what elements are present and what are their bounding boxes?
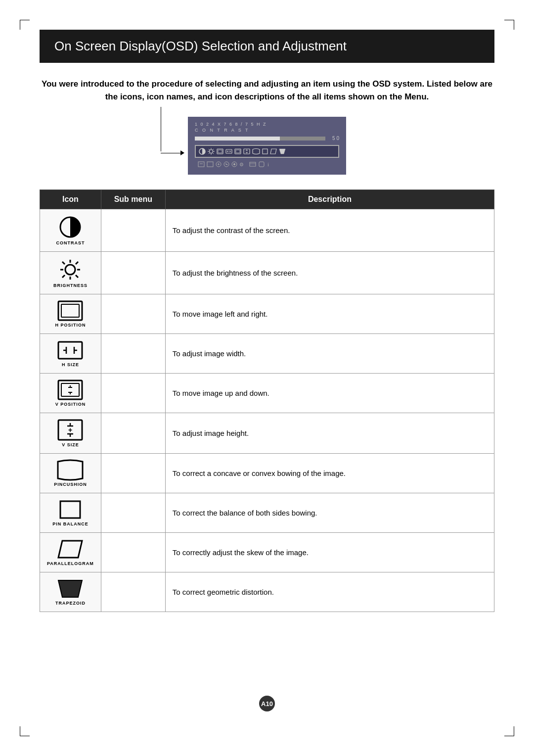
h-position-icon-block: H POSITION — [47, 300, 94, 328]
svg-point-32 — [233, 163, 235, 165]
icon-cell-hposition: H POSITION — [40, 294, 101, 334]
h-size-icon-block: H SIZE — [47, 340, 94, 367]
osd-bottom-icon2 — [207, 161, 214, 167]
submenu-pincushion — [101, 454, 165, 493]
corner-bl — [20, 726, 30, 736]
desc-trapezoid: To correct geometric distortion. — [165, 572, 494, 612]
table-row: V POSITION To move image up and down. — [40, 374, 494, 413]
contrast-icon — [58, 215, 82, 239]
submenu-hsize — [101, 334, 165, 374]
table-row: H POSITION To move image left and right. — [40, 294, 494, 334]
h-size-icon — [57, 340, 83, 361]
corner-br — [504, 726, 514, 736]
desc-pincushion: To correct a concave or convex bowing of… — [165, 454, 494, 493]
submenu-vposition — [101, 374, 165, 413]
brightness-icon-label: BRIGHTNESS — [53, 283, 88, 288]
h-position-icon — [57, 300, 83, 321]
desc-vposition: To move image up and down. — [165, 374, 494, 413]
osd-slider-fill — [195, 137, 280, 141]
osd-vpos-mini-icon — [234, 148, 241, 154]
svg-marker-68 — [58, 541, 82, 558]
osd-slider-value: 5 0 — [329, 136, 339, 141]
v-position-icon — [57, 379, 83, 400]
osd-label: C O N T R A S T — [195, 128, 339, 133]
svg-rect-18 — [236, 150, 240, 153]
pin-balance-icon — [58, 499, 82, 520]
parallelogram-icon — [57, 539, 83, 560]
svg-point-1 — [210, 150, 213, 153]
osd-icon-row-bottom: ⚙ i — [195, 160, 339, 169]
pincushion-icon-label: PINCUSHION — [54, 482, 87, 487]
svg-rect-67 — [60, 501, 80, 518]
svg-line-47 — [62, 275, 65, 278]
svg-rect-11 — [218, 150, 222, 153]
svg-rect-56 — [61, 383, 79, 396]
table-row: TRAPEZOID To correct geometric distortio… — [40, 572, 494, 612]
submenu-pinbalance — [101, 493, 165, 533]
icon-cell-hsize: H SIZE — [40, 334, 101, 374]
svg-text:i: i — [267, 162, 269, 167]
svg-line-9 — [209, 153, 210, 154]
v-size-icon-label: V SIZE — [62, 442, 79, 447]
h-position-icon-label: H POSITION — [55, 323, 86, 328]
osd-hpos-mini-icon — [217, 148, 223, 154]
svg-line-45 — [76, 275, 78, 278]
svg-line-7 — [213, 153, 214, 154]
page-title: On Screen Display(OSD) Selection and Adj… — [40, 30, 494, 63]
svg-text:+: + — [68, 426, 72, 434]
svg-rect-49 — [61, 304, 79, 317]
parallelogram-icon-block: PARALLELOGRAM — [47, 539, 94, 566]
osd-pointer-arrow — [161, 150, 184, 155]
contrast-icon-block: CONTRAST — [47, 215, 94, 245]
icon-cell-pinbalance: PIN BALANCE — [40, 493, 101, 533]
brightness-icon — [58, 258, 82, 282]
svg-rect-28 — [207, 162, 213, 167]
icon-cell-brightness: BRIGHTNESS — [40, 252, 101, 294]
v-position-icon-block: V POSITION — [47, 379, 94, 407]
osd-hsize-mini-icon — [225, 148, 232, 154]
osd-pincushion-mini-icon — [252, 148, 260, 154]
brightness-icon-block: BRIGHTNESS — [47, 258, 94, 288]
trapezoid-icon-block: TRAPEZOID — [47, 578, 94, 606]
osd-bottom-icon1 — [198, 161, 205, 167]
osd-icon-row-highlighted — [195, 145, 339, 158]
trapezoid-icon — [57, 578, 83, 599]
v-position-icon-label: V POSITION — [55, 402, 86, 407]
svg-line-46 — [76, 262, 78, 264]
svg-line-44 — [62, 262, 65, 264]
col-icon-header: Icon — [40, 190, 101, 209]
svg-rect-12 — [226, 149, 232, 153]
table-row: H SIZE To adjust image width. — [40, 334, 494, 374]
table-row: BRIGHTNESS To adjust the brightness of t… — [40, 252, 494, 294]
pincushion-icon — [57, 460, 84, 480]
osd-bottom-icon9: i — [267, 161, 274, 167]
osd-pin-balance-mini-icon — [262, 148, 268, 154]
svg-line-8 — [213, 149, 214, 150]
svg-point-39 — [65, 265, 75, 275]
svg-rect-36 — [259, 162, 264, 167]
osd-para-mini-icon — [270, 148, 277, 154]
icon-cell-parallelogram: PARALLELOGRAM — [40, 533, 101, 572]
trapezoid-icon-label: TRAPEZOID — [55, 601, 86, 606]
submenu-brightness — [101, 252, 165, 294]
osd-bottom-icon3 — [216, 161, 222, 167]
osd-trap-mini-icon — [279, 148, 286, 154]
svg-marker-25 — [279, 149, 285, 154]
icon-cell-pincushion: PINCUSHION — [40, 454, 101, 493]
icon-cell-contrast: CONTRAST — [40, 209, 101, 252]
table-row: CONTRAST To adjust the contrast of the s… — [40, 209, 494, 252]
osd-slider-bar — [195, 137, 325, 141]
contrast-icon-label: CONTRAST — [56, 240, 85, 245]
osd-bottom-icon7 — [249, 161, 256, 167]
v-size-icon: + — [57, 419, 83, 441]
osd-contrast-mini-icon — [199, 148, 206, 155]
icon-cell-trapezoid: TRAPEZOID — [40, 572, 101, 612]
submenu-vsize — [101, 413, 165, 454]
osd-numbers: 1 0 2 4 X 7 6 8 / 7 5 H Z — [195, 122, 339, 127]
desc-pinbalance: To correct the balance of both sides bow… — [165, 493, 494, 533]
osd-bottom-icon4 — [223, 161, 229, 167]
osd-bottom-icon5 — [231, 161, 237, 167]
submenu-trapezoid — [101, 572, 165, 612]
desc-parallelogram: To correctly adjust the skew of the imag… — [165, 533, 494, 572]
svg-text:⚙: ⚙ — [239, 162, 244, 167]
